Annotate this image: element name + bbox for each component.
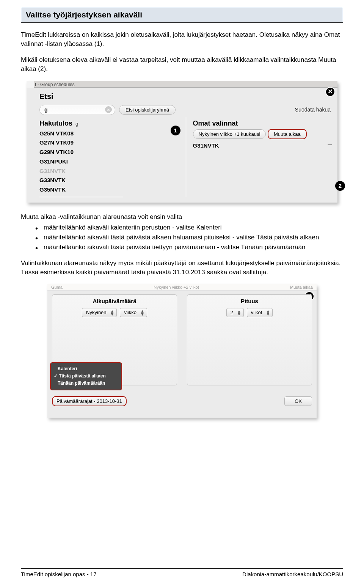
time-panel: ✕ Alkupäivämäärä Nykyinen ▲▼ viikko ▲▼ K… bbox=[47, 291, 317, 418]
bullet-list: määritelläänkö aikaväli kalenteriin peru… bbox=[35, 223, 343, 252]
top-strip: Guma Nykyinen viikko +2 viikot Muuta aik… bbox=[47, 284, 317, 291]
search-panel: ✕ Etsi g × Etsi opiskelijaryhmä Suodata … bbox=[27, 88, 337, 203]
change-time-pill[interactable]: Muuta aikaa bbox=[268, 129, 307, 139]
tab-label: t - Group schedules bbox=[35, 82, 75, 87]
chevron-updown-icon: ▲▼ bbox=[266, 310, 270, 316]
length-heading: Pituus bbox=[191, 298, 308, 304]
filter-link[interactable]: Suodata hakua bbox=[295, 107, 332, 113]
length-box: Pituus 2 ▲▼ viikot ▲▼ bbox=[187, 294, 312, 385]
result-item[interactable]: G29N VTK10 bbox=[39, 148, 179, 157]
bullet-item: määritelläänkö aikaväli tästä päivästä a… bbox=[35, 233, 343, 242]
callout-1: 1 bbox=[171, 126, 180, 135]
bullet-item: määritelläänkö aikaväli tästä päivästä t… bbox=[35, 243, 343, 252]
mode-popup[interactable]: Kalenteri Tästä päivästä alkaen Tänään p… bbox=[50, 362, 122, 390]
results-list: G25N VTK08 G27N VTK09 G29N VTK10 G31NPUK… bbox=[39, 129, 179, 197]
search-heading: Etsi bbox=[39, 92, 332, 101]
popup-option[interactable]: Kalenteri bbox=[54, 365, 118, 373]
startdate-heading: Alkupäivämäärä bbox=[56, 298, 173, 304]
paragraph-1: TimeEdit lukkareissa on kaikissa jokin o… bbox=[21, 30, 343, 49]
length-select-2[interactable]: viikot ▲▼ bbox=[247, 308, 273, 317]
ok-button[interactable]: OK bbox=[284, 396, 312, 406]
result-item[interactable]: G33NVTK bbox=[39, 176, 179, 185]
result-item[interactable]: G31NPUKI bbox=[39, 157, 179, 167]
selections-heading: Omat valinnat bbox=[193, 119, 333, 127]
selections-column: Omat valinnat Nykyinen viikko +1 kuukaus… bbox=[186, 117, 333, 197]
popup-option-selected[interactable]: Tästä päivästä alkaen bbox=[54, 373, 118, 380]
result-item[interactable]: G35NVTK bbox=[39, 185, 179, 195]
search-input[interactable]: g × bbox=[39, 105, 115, 115]
page-footer: TimeEdit opiskelijan opas - 17 Diakonia-… bbox=[21, 568, 343, 577]
result-item[interactable]: G25N VTK08 bbox=[39, 129, 179, 138]
select-value: viikot bbox=[251, 310, 262, 315]
paragraph-4: Valintaikkunan alareunasta näkyy myös mi… bbox=[21, 259, 343, 277]
footer-left: TimeEdit opiskelijan opas - 17 bbox=[21, 571, 97, 577]
results-heading: Hakutulos g bbox=[39, 119, 179, 127]
section-title: Valitse työjärjestyksen aikaväli bbox=[21, 7, 343, 23]
remove-icon[interactable]: – bbox=[328, 142, 332, 147]
results-column: Hakutulos g G25N VTK08 G27N VTK09 G29N V… bbox=[39, 117, 179, 197]
results-heading-text: Hakutulos bbox=[39, 119, 72, 127]
chosen-item: G31NVTK – bbox=[193, 142, 333, 149]
callout-2: 2 bbox=[335, 181, 345, 191]
startdate-select-2[interactable]: viikko ▲▼ bbox=[120, 308, 147, 317]
tab-bar: t - Group schedules bbox=[27, 81, 337, 88]
search-row: g × Etsi opiskelijaryhmä Suodata hakua bbox=[39, 105, 332, 115]
footer-right: Diakonia-ammattikorkeakoulu/KOOPSU bbox=[242, 571, 343, 577]
length-select-1[interactable]: 2 ▲▼ bbox=[226, 308, 244, 317]
startdate-box: Alkupäivämäärä Nykyinen ▲▼ viikko ▲▼ Kal… bbox=[52, 294, 177, 385]
close-icon[interactable]: ✕ bbox=[325, 87, 335, 97]
paragraph-2: Mikäli oletuksena oleva aikaväli ei vast… bbox=[21, 55, 343, 74]
result-item-dim[interactable]: G31NVTK bbox=[39, 167, 179, 176]
result-item[interactable]: G27N VTK09 bbox=[39, 138, 179, 148]
bottom-bar: Päivämäärärajat - 2013-10-31 OK bbox=[52, 396, 312, 406]
top-strip-mid: Nykyinen viikko +2 viikot bbox=[154, 285, 199, 289]
chosen-item-label: G31NVTK bbox=[193, 142, 219, 149]
select-value: Nykyinen bbox=[86, 310, 106, 315]
chevron-updown-icon: ▲▼ bbox=[110, 310, 115, 316]
clear-icon[interactable]: × bbox=[105, 106, 112, 113]
bullet-item: määritelläänkö aikaväli kalenteriin peru… bbox=[35, 223, 343, 232]
popup-option[interactable]: Tänään päivämäärään bbox=[54, 380, 118, 387]
section-title-text: Valitse työjärjestyksen aikaväli bbox=[26, 10, 142, 19]
search-group-button[interactable]: Etsi opiskelijaryhmä bbox=[119, 105, 176, 115]
date-limit-pill[interactable]: Päivämäärärajat - 2013-10-31 bbox=[52, 396, 127, 406]
select-value: 2 bbox=[231, 310, 233, 315]
startdate-select-1[interactable]: Nykyinen ▲▼ bbox=[82, 308, 117, 317]
current-range-pill[interactable]: Nykyinen viikko +1 kuukausi bbox=[193, 129, 266, 139]
select-value: viikko bbox=[124, 310, 136, 315]
chevron-updown-icon: ▲▼ bbox=[140, 310, 144, 316]
search-value: g bbox=[44, 107, 105, 113]
top-strip-left: Guma bbox=[51, 285, 63, 289]
top-strip-right: Muuta aikaa bbox=[290, 285, 313, 289]
paragraph-3: Muuta aikaa -valintaikkunan alareunasta … bbox=[21, 212, 343, 222]
results-heading-sub: g bbox=[75, 121, 78, 127]
screenshot-1: t - Group schedules ✕ Etsi g × Etsi opis… bbox=[27, 81, 337, 203]
chevron-updown-icon: ▲▼ bbox=[237, 310, 241, 316]
results-scrubber[interactable] bbox=[39, 197, 123, 197]
screenshot-2: Guma Nykyinen viikko +2 viikot Muuta aik… bbox=[47, 284, 317, 418]
